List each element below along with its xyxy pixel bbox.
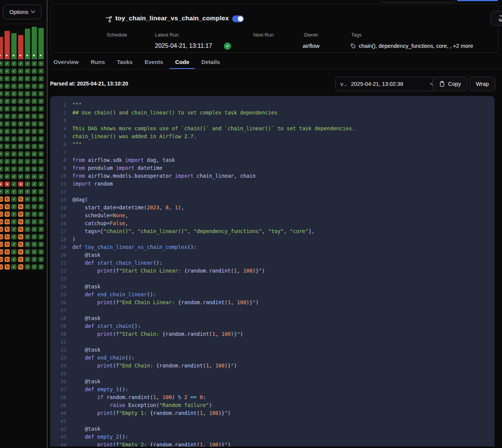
task-instance-cell[interactable]: ✓ [32, 197, 37, 202]
task-instance-cell[interactable]: ✓ [5, 91, 10, 96]
task-instance-cell[interactable]: ↻ [0, 249, 3, 254]
task-instance-cell[interactable]: ✓ [5, 129, 10, 134]
play-icon[interactable]: ▶ [20, 54, 21, 56]
task-instance-cell[interactable]: ✓ [18, 99, 23, 104]
task-instance-cell[interactable]: ✓ [11, 234, 17, 239]
task-instance-cell[interactable]: ✓ [18, 84, 23, 89]
task-instance-cell[interactable]: ↻ [5, 204, 10, 209]
task-instance-cell[interactable]: ✓ [11, 91, 17, 96]
task-instance-cell[interactable]: ✓ [5, 106, 10, 111]
task-instance-cell[interactable]: ✓ [38, 114, 44, 119]
task-instance-cell[interactable]: ✓ [0, 166, 3, 172]
task-instance-cell[interactable]: ✓ [38, 151, 44, 157]
task-instance-cell[interactable]: ✓ [18, 106, 23, 111]
task-instance-cell[interactable]: ↻ [0, 234, 3, 239]
task-instance-cell[interactable]: ✓ [38, 264, 44, 270]
task-instance-cell[interactable]: ✓ [18, 166, 23, 172]
task-instance-cell[interactable]: ✓ [11, 212, 17, 217]
task-instance-cell[interactable]: ✓ [38, 219, 44, 224]
reparse-dag-button[interactable]: Reparse Dag [491, 11, 502, 26]
task-instance-cell[interactable]: ✕ [0, 181, 3, 187]
task-instance-cell[interactable]: ↻ [0, 219, 3, 224]
task-instance-cell[interactable]: ↻ [5, 227, 10, 232]
task-instance-cell[interactable]: ✓ [18, 76, 23, 81]
task-instance-cell[interactable]: ↻ [5, 212, 10, 217]
task-instance-cell[interactable]: ↻ [18, 197, 23, 202]
task-instance-cell[interactable]: ✓ [38, 257, 44, 262]
task-instance-cell[interactable]: ✓ [18, 151, 23, 157]
task-instance-cell[interactable]: ↻ [18, 264, 23, 270]
tab-details[interactable]: Details [196, 56, 225, 69]
task-instance-cell[interactable]: ✓ [0, 114, 3, 119]
play-icon[interactable]: ▶ [0, 54, 1, 56]
task-instance-cell[interactable]: ✓ [5, 144, 10, 149]
task-instance-cell[interactable]: ↻ [18, 257, 23, 262]
task-instance-cell[interactable]: ✓ [11, 264, 17, 270]
task-instance-cell[interactable]: ✓ [11, 189, 17, 194]
task-instance-cell[interactable]: ✓ [0, 91, 3, 96]
task-instance-cell[interactable]: ✓ [0, 159, 3, 164]
task-instance-cell[interactable]: ✓ [0, 61, 3, 66]
task-instance-cell[interactable]: ✓ [32, 264, 37, 270]
task-instance-cell[interactable]: ✓ [32, 227, 37, 232]
task-instance-cell[interactable]: ↻ [0, 227, 3, 232]
task-instance-cell[interactable]: ✓ [5, 84, 10, 89]
task-instance-cell[interactable]: ✓ [18, 159, 23, 164]
task-instance-cell[interactable]: ✓ [18, 144, 23, 149]
task-instance-cell[interactable]: ✓ [5, 121, 10, 126]
task-instance-cell[interactable]: ✓ [11, 114, 17, 119]
task-instance-cell[interactable]: ✓ [38, 189, 44, 194]
task-instance-cell[interactable]: ✓ [25, 106, 30, 111]
task-instance-cell[interactable]: ✓ [25, 257, 30, 262]
task-instance-cell[interactable]: ✓ [5, 159, 10, 164]
task-instance-cell[interactable]: ✓ [25, 99, 30, 104]
task-instance-cell[interactable]: ✓ [11, 166, 17, 172]
task-instance-cell[interactable]: ✓ [11, 84, 17, 89]
task-instance-cell[interactable]: ✓ [25, 219, 30, 224]
task-instance-cell[interactable]: ✓ [18, 114, 23, 119]
task-instance-cell[interactable]: ✓ [25, 129, 30, 134]
task-instance-cell[interactable]: ✓ [0, 174, 3, 179]
task-instance-cell[interactable]: ✓ [38, 212, 44, 217]
options-button[interactable]: Options [3, 5, 41, 19]
task-instance-cell[interactable]: ✓ [38, 84, 44, 89]
task-instance-cell[interactable]: ↻ [5, 264, 10, 270]
task-instance-cell[interactable]: ✓ [25, 166, 30, 172]
task-instance-cell[interactable]: ✓ [25, 212, 30, 217]
task-instance-cell[interactable]: ✓ [5, 151, 10, 157]
task-instance-cell[interactable]: ✓ [32, 69, 37, 74]
tab-runs[interactable]: Runs [85, 56, 111, 69]
task-instance-cell[interactable]: ✓ [11, 76, 17, 81]
task-instance-cell[interactable]: ↻ [18, 212, 23, 217]
task-instance-cell[interactable]: ✓ [38, 249, 44, 254]
task-instance-cell[interactable]: ✓ [38, 129, 44, 134]
play-icon[interactable]: ▶ [26, 54, 28, 56]
task-instance-cell[interactable]: ✓ [38, 166, 44, 172]
task-instance-cell[interactable]: ✓ [25, 159, 30, 164]
task-instance-cell[interactable]: ✓ [18, 189, 23, 194]
task-instance-cell[interactable]: ↻ [0, 197, 3, 202]
task-instance-cell[interactable]: ✓ [5, 69, 10, 74]
task-instance-cell[interactable]: ↻ [18, 227, 23, 232]
task-instance-cell[interactable]: ✓ [11, 219, 17, 224]
task-instance-cell[interactable]: ✓ [25, 204, 30, 209]
task-instance-cell[interactable]: ↻ [5, 234, 10, 239]
task-instance-cell[interactable]: ✓ [38, 136, 44, 142]
tab-overview[interactable]: Overview [48, 56, 84, 69]
task-instance-cell[interactable]: ✓ [5, 166, 10, 172]
task-instance-cell[interactable]: ✓ [32, 249, 37, 254]
task-instance-cell[interactable]: ✓ [18, 69, 23, 74]
task-instance-cell[interactable]: ✓ [25, 136, 30, 142]
latest-run-value[interactable]: 2025-04-21, 13:11:17 [155, 43, 212, 49]
task-instance-cell[interactable]: ↻ [0, 257, 3, 262]
task-instance-cell[interactable]: ✓ [32, 91, 37, 96]
task-instance-cell[interactable]: ✓ [25, 114, 30, 119]
task-instance-cell[interactable]: ✓ [32, 234, 37, 239]
task-instance-cell[interactable]: ✓ [25, 151, 30, 157]
task-instance-cell[interactable]: ✓ [0, 144, 3, 149]
task-instance-cell[interactable]: ✓ [11, 106, 17, 111]
task-instance-cell[interactable]: ✓ [38, 91, 44, 96]
task-instance-cell[interactable]: ✓ [18, 61, 23, 66]
task-instance-cell[interactable]: ↻ [18, 204, 23, 209]
task-instance-cell[interactable]: ✓ [32, 76, 37, 81]
